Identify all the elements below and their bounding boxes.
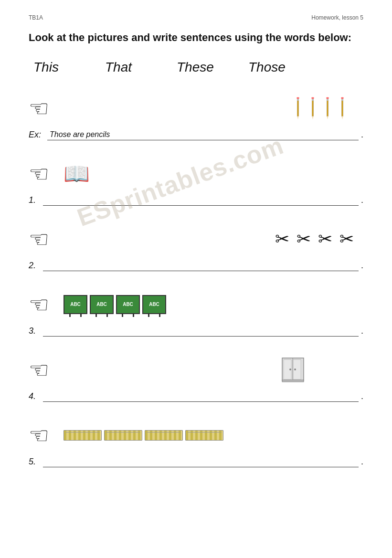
exercise-5-picture-row: ☞ <box>29 416 363 454</box>
svg-point-20 <box>289 368 291 370</box>
exercise-5-section: ☞ 5. . <box>29 416 363 467</box>
exercise-1-section: ☞ 📖 1. . <box>29 155 363 206</box>
example-picture-row: ☞ <box>29 89 363 127</box>
exercise-5-period: . <box>361 457 363 467</box>
ruler-4 <box>185 430 223 441</box>
pencil-1 <box>291 96 305 120</box>
exercise-1-period: . <box>361 195 363 205</box>
svg-rect-8 <box>327 98 328 116</box>
exercise-1-picture-row: ☞ 📖 <box>29 155 363 193</box>
blackboard-4: ABC <box>142 295 166 314</box>
example-section: ☞ <box>29 89 363 140</box>
ex-label: Ex: <box>29 130 41 140</box>
scissors-group: ✂ ✂ ✂ ✂ <box>275 229 354 249</box>
exercise-4-number: 4. <box>29 391 41 401</box>
pencil-3 <box>321 96 334 120</box>
pencil-2 <box>306 96 319 120</box>
exercise-4-line-row: 4. . <box>29 391 363 402</box>
example-answer-row: Ex: Those are pencils . <box>29 130 363 140</box>
exercise-1-answer-line <box>43 195 359 206</box>
exercise-5-number: 5. <box>29 457 41 467</box>
word-that: That <box>105 60 177 75</box>
word-row: This That These Those <box>29 60 363 75</box>
rulers-group <box>64 430 223 441</box>
svg-point-21 <box>294 368 296 370</box>
pencils-group <box>291 96 349 120</box>
exercise-3-answer-line <box>43 326 359 337</box>
exercise-3-number: 3. <box>29 326 41 336</box>
svg-rect-3 <box>297 97 299 98</box>
blackboard-2: ABC <box>90 295 114 314</box>
svg-rect-12 <box>341 98 343 116</box>
scissors-3: ✂ <box>318 229 332 249</box>
exercise-2-line-row: 2. . <box>29 261 363 271</box>
example-period: . <box>361 130 363 140</box>
exercise-2-number: 2. <box>29 261 41 271</box>
header: TB1A Homework, lesson 5 <box>29 14 363 21</box>
hand-icon-2: ☞ <box>29 226 49 253</box>
exercise-4-period: . <box>361 391 363 401</box>
example-answer-line: Those are pencils <box>47 130 359 140</box>
exercise-4-answer-line <box>43 391 359 402</box>
wardrobe-icon <box>280 357 306 383</box>
scissors-2: ✂ <box>297 229 311 249</box>
hand-icon-1: ☞ <box>29 160 49 187</box>
page: TB1A Homework, lesson 5 Look at the pict… <box>0 0 392 558</box>
exercise-4-section: ☞ 4. . <box>29 351 363 402</box>
svg-marker-9 <box>327 116 328 119</box>
header-left: TB1A <box>29 14 43 21</box>
svg-marker-13 <box>341 116 343 119</box>
pencil-4 <box>336 96 349 120</box>
scissors-1: ✂ <box>275 229 289 249</box>
hand-icon-4: ☞ <box>29 357 49 383</box>
svg-rect-4 <box>312 98 313 116</box>
exercise-5-line-row: 5. . <box>29 457 363 467</box>
blackboards-group: ABC ABC ABC ABC <box>64 295 166 314</box>
exercise-4-picture-row: ☞ <box>29 351 363 389</box>
svg-marker-1 <box>297 116 298 119</box>
svg-rect-22 <box>282 380 304 382</box>
exercise-5-answer-line <box>43 457 359 467</box>
exercise-1-line-row: 1. . <box>29 195 363 206</box>
hand-icon-5: ☞ <box>29 422 49 449</box>
blackboard-1: ABC <box>64 295 87 314</box>
word-these: These <box>177 60 248 75</box>
exercise-3-section: ☞ ABC ABC ABC ABC 3. . <box>29 285 363 337</box>
book-icon: 📖 <box>64 161 90 186</box>
hand-icon-ex: ☞ <box>29 95 49 122</box>
svg-rect-0 <box>297 98 298 116</box>
word-this: This <box>33 60 105 75</box>
ruler-3 <box>145 430 183 441</box>
word-those: Those <box>248 60 320 75</box>
exercise-1-number: 1. <box>29 195 41 205</box>
svg-rect-15 <box>341 97 344 98</box>
hand-icon-3: ☞ <box>29 291 49 318</box>
example-answer-text: Those are pencils <box>47 130 110 140</box>
svg-rect-7 <box>312 97 314 98</box>
ruler-2 <box>104 430 142 441</box>
svg-rect-11 <box>327 97 329 98</box>
exercise-3-picture-row: ☞ ABC ABC ABC ABC <box>29 285 363 324</box>
exercise-2-picture-row: ☞ ✂ ✂ ✂ ✂ <box>29 220 363 258</box>
instructions: Look at the pictures and write sentences… <box>29 31 363 45</box>
exercise-2-period: . <box>361 261 363 271</box>
ruler-1 <box>64 430 102 441</box>
scissors-4: ✂ <box>339 229 354 249</box>
exercise-3-line-row: 3. . <box>29 326 363 337</box>
svg-marker-5 <box>312 116 313 119</box>
exercise-2-section: ☞ ✂ ✂ ✂ ✂ 2. . <box>29 220 363 271</box>
blackboard-3: ABC <box>116 295 140 314</box>
exercise-2-answer-line <box>43 261 359 271</box>
header-right: Homework, lesson 5 <box>311 14 363 21</box>
exercise-3-period: . <box>361 326 363 336</box>
